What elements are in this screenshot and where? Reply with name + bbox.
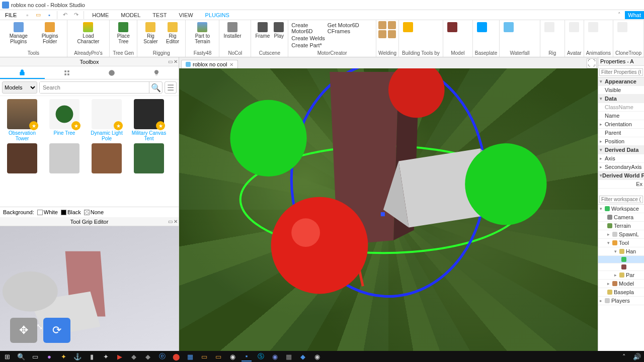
properties-filter-input[interactable]: [599, 68, 643, 76]
taskbar-app-icon[interactable]: ◆: [129, 351, 139, 361]
discord-icon[interactable]: ◉: [270, 351, 280, 361]
taskbar-app-icon[interactable]: ⬤: [171, 351, 181, 361]
tab-home[interactable]: HOME: [86, 11, 115, 19]
taskbar-app-icon[interactable]: ▶: [115, 351, 125, 361]
toolbox-filter-icon[interactable]: ☰: [165, 81, 177, 94]
prop-secondaryaxis[interactable]: ▸SecondaryAxis: [598, 163, 644, 171]
explorer-workspace[interactable]: ▾Workspace: [598, 205, 644, 213]
file-explorer-icon[interactable]: ▭: [213, 351, 223, 361]
tge-undock-icon[interactable]: ▭: [168, 219, 173, 224]
animations-button[interactable]: [586, 21, 600, 34]
taskbar-app-icon[interactable]: ▮: [87, 351, 97, 361]
manage-plugins-button[interactable]: Manage Plugins: [2, 21, 35, 45]
tab-plugins[interactable]: PLUGINS: [199, 11, 235, 19]
create-part-button[interactable]: Create Part*: [291, 42, 322, 48]
tray-chevron-icon[interactable]: ˄: [619, 351, 629, 361]
get-motor6d-cframes-button[interactable]: Get Motor6D CFrames: [328, 22, 373, 34]
prop-cat-derived[interactable]: ▾Derived Data: [598, 146, 644, 154]
explorer-terrain[interactable]: Terrain: [598, 222, 644, 230]
load-character-button[interactable]: Load Character: [69, 21, 108, 45]
start-menu-icon[interactable]: ⊞: [2, 351, 12, 361]
toolbox-tab-creations[interactable]: [134, 66, 179, 79]
baseplate-button[interactable]: [475, 21, 489, 34]
prop-cat-data[interactable]: ▾Data: [598, 95, 644, 103]
explorer-players[interactable]: ▸Players: [598, 297, 644, 305]
tab-view[interactable]: VIEW: [173, 11, 199, 19]
explorer-selected[interactable]: [598, 256, 644, 263]
create-welds-button[interactable]: Create Welds: [291, 35, 325, 41]
taskbar-app-icon[interactable]: ▦: [185, 351, 195, 361]
welding-icon-3[interactable]: [378, 30, 386, 38]
toolbox-item[interactable]: ★Observation Tower: [3, 99, 41, 141]
welding-icon-4[interactable]: [388, 30, 396, 38]
tool-grip-viewport[interactable]: ✥ ⟳ ⤡: [0, 226, 179, 351]
bg-white-option[interactable]: White: [37, 209, 58, 215]
roblox-studio-icon[interactable]: ▪: [242, 351, 252, 361]
toolbox-close-icon[interactable]: ✕: [174, 59, 178, 64]
prop-axis[interactable]: ▸Axis: [598, 154, 644, 163]
qa-undo-icon[interactable]: ↶: [60, 11, 69, 20]
tab-model[interactable]: MODEL: [115, 11, 146, 19]
cutscene-play-button[interactable]: Play: [272, 21, 286, 40]
prop-orientation[interactable]: ▸Orientation: [598, 120, 644, 129]
prop-position[interactable]: ▸Position: [598, 137, 644, 146]
viewport-expand-icon[interactable]: ⛶: [587, 58, 597, 68]
prop-visible[interactable]: Visible: [598, 86, 644, 95]
whats-new-link[interactable]: What: [625, 11, 644, 19]
obs-icon[interactable]: ◉: [312, 351, 322, 361]
explorer-part[interactable]: ▸Par: [598, 271, 644, 280]
bg-none-option[interactable]: None: [84, 209, 104, 215]
toolbox-tab-inventory[interactable]: [45, 66, 90, 79]
file-explorer-icon[interactable]: ▭: [199, 351, 209, 361]
create-motor6d-button[interactable]: Create Motor6D: [291, 22, 323, 34]
taskbar-app-icon[interactable]: ◆: [143, 351, 153, 361]
cutscene-frame-button[interactable]: Frame: [253, 21, 272, 40]
explorer-filter-input[interactable]: [599, 196, 643, 203]
toolbox-tab-recent[interactable]: [90, 66, 134, 79]
rig-editor-button[interactable]: Rig Editor: [162, 21, 184, 45]
explorer-tool[interactable]: ▾Tool: [598, 239, 644, 247]
prop-parent[interactable]: Parent: [598, 129, 644, 137]
tray-volume-icon[interactable]: 🔊: [632, 351, 642, 361]
toolbox-search-input[interactable]: [40, 82, 149, 93]
explorer-baseplate[interactable]: Basepla: [598, 288, 644, 297]
3d-viewport[interactable]: [179, 68, 598, 351]
explorer-spawn[interactable]: ▸SpawnL: [598, 230, 644, 239]
building-tools-button[interactable]: [401, 21, 415, 34]
part-to-terrain-button[interactable]: Part to Terrain: [188, 21, 217, 45]
rig-scaler-button[interactable]: Rig Scaler: [139, 21, 162, 45]
tge-close-icon[interactable]: ✕: [174, 219, 178, 224]
chrome-icon[interactable]: ◉: [227, 351, 237, 361]
document-tab[interactable]: roblox no cool ✕: [181, 60, 238, 68]
place-tree-button[interactable]: Place Tree: [112, 21, 135, 45]
tab-test[interactable]: TEST: [146, 11, 173, 19]
toolbox-undock-icon[interactable]: ▭: [168, 59, 173, 64]
prop-classname[interactable]: ClassName: [598, 103, 644, 112]
tab-close-icon[interactable]: ✕: [229, 62, 233, 67]
explorer-handle[interactable]: ▾Han: [598, 247, 644, 256]
taskbar-app-icon[interactable]: ✦: [101, 351, 111, 361]
taskbar-app-icon[interactable]: ◆: [298, 351, 308, 361]
prop-ex[interactable]: Ex: [598, 180, 644, 189]
toolbox-item[interactable]: ★Dynamic Light Pole: [88, 99, 126, 141]
tge-move-button[interactable]: ✥: [10, 318, 37, 343]
search-taskbar-icon[interactable]: 🔍: [16, 351, 26, 361]
file-menu[interactable]: FILE: [0, 11, 22, 19]
task-view-icon[interactable]: ▭: [30, 351, 40, 361]
taskbar-app-icon[interactable]: ✦: [58, 351, 68, 361]
toolbox-category-select[interactable]: Models: [2, 81, 37, 94]
explorer-mesh[interactable]: [598, 263, 644, 271]
edge-icon[interactable]: ⓔ: [157, 351, 167, 361]
prop-name[interactable]: Name: [598, 112, 644, 120]
model-resize-button[interactable]: [445, 21, 459, 34]
taskbar-app-icon[interactable]: ●: [44, 351, 54, 361]
qa-save-icon[interactable]: ▪: [45, 11, 54, 20]
toolbox-item[interactable]: [88, 143, 126, 173]
prop-cat-derivedworld[interactable]: ▾Derived World F: [598, 171, 644, 180]
toolbox-item[interactable]: [3, 143, 41, 173]
skype-icon[interactable]: Ⓢ: [256, 351, 266, 361]
toolbox-item[interactable]: [45, 143, 84, 173]
bg-black-option[interactable]: Black: [61, 209, 81, 215]
qa-new-icon[interactable]: ▫: [23, 11, 32, 20]
explorer-camera[interactable]: Camera: [598, 213, 644, 222]
